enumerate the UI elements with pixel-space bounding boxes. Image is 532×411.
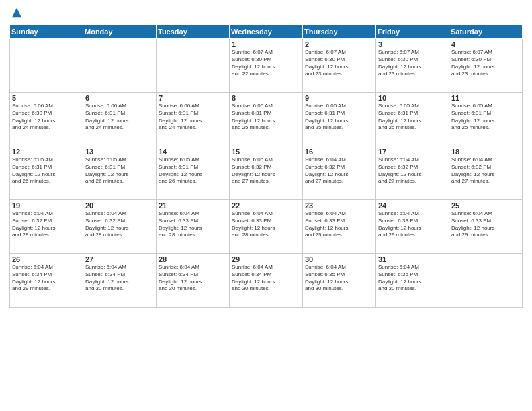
calendar-header-monday: Monday (83, 25, 157, 39)
calendar-cell: 9Sunrise: 6:05 AM Sunset: 6:31 PM Daylig… (303, 93, 376, 146)
calendar-header-saturday: Saturday (449, 25, 523, 39)
calendar-cell: 25Sunrise: 6:04 AM Sunset: 6:33 PM Dayli… (449, 200, 523, 254)
day-number: 21 (159, 201, 227, 210)
day-info: Sunrise: 6:04 AM Sunset: 6:33 PM Dayligh… (451, 210, 520, 239)
calendar-cell (449, 254, 523, 308)
day-info: Sunrise: 6:04 AM Sunset: 6:33 PM Dayligh… (159, 210, 227, 239)
day-info: Sunrise: 6:07 AM Sunset: 6:30 PM Dayligh… (232, 49, 300, 78)
calendar-cell: 21Sunrise: 6:04 AM Sunset: 6:33 PM Dayli… (157, 200, 230, 254)
calendar-header-friday: Friday (376, 25, 449, 39)
day-number: 3 (378, 40, 447, 48)
day-info: Sunrise: 6:06 AM Sunset: 6:31 PM Dayligh… (159, 103, 227, 132)
day-number: 11 (451, 94, 520, 102)
day-number: 18 (451, 148, 520, 156)
calendar-cell (10, 39, 83, 93)
calendar-cell: 22Sunrise: 6:04 AM Sunset: 6:33 PM Dayli… (230, 200, 303, 254)
calendar-cell: 17Sunrise: 6:04 AM Sunset: 6:32 PM Dayli… (376, 146, 449, 200)
day-number: 24 (378, 201, 447, 210)
day-number: 6 (85, 94, 154, 102)
day-info: Sunrise: 6:04 AM Sunset: 6:32 PM Dayligh… (12, 210, 81, 239)
calendar-cell: 18Sunrise: 6:04 AM Sunset: 6:32 PM Dayli… (449, 146, 523, 200)
calendar-cell: 3Sunrise: 6:07 AM Sunset: 6:30 PM Daylig… (376, 39, 449, 93)
day-number: 9 (305, 94, 373, 102)
calendar-week-row: 19Sunrise: 6:04 AM Sunset: 6:32 PM Dayli… (10, 200, 523, 254)
day-number: 14 (159, 148, 227, 156)
calendar-cell: 16Sunrise: 6:04 AM Sunset: 6:32 PM Dayli… (303, 146, 376, 200)
day-info: Sunrise: 6:05 AM Sunset: 6:31 PM Dayligh… (305, 103, 373, 132)
calendar-cell: 28Sunrise: 6:04 AM Sunset: 6:34 PM Dayli… (157, 254, 230, 308)
calendar-cell: 11Sunrise: 6:05 AM Sunset: 6:31 PM Dayli… (449, 93, 523, 146)
day-number: 19 (12, 201, 81, 210)
day-number: 27 (85, 255, 154, 263)
calendar-cell: 13Sunrise: 6:05 AM Sunset: 6:31 PM Dayli… (83, 146, 157, 200)
day-info: Sunrise: 6:04 AM Sunset: 6:35 PM Dayligh… (378, 264, 447, 293)
calendar-header-sunday: Sunday (10, 25, 83, 39)
day-number: 12 (12, 148, 81, 156)
calendar-cell: 4Sunrise: 6:07 AM Sunset: 6:30 PM Daylig… (449, 39, 523, 93)
day-number: 28 (159, 255, 227, 263)
day-number: 17 (378, 148, 447, 156)
calendar-cell: 6Sunrise: 6:06 AM Sunset: 6:31 PM Daylig… (83, 93, 157, 146)
calendar-cell: 30Sunrise: 6:04 AM Sunset: 6:35 PM Dayli… (303, 254, 376, 308)
day-info: Sunrise: 6:04 AM Sunset: 6:34 PM Dayligh… (12, 264, 81, 293)
day-number: 7 (159, 94, 227, 102)
logo-icon (11, 7, 23, 19)
day-info: Sunrise: 6:04 AM Sunset: 6:34 PM Dayligh… (232, 264, 300, 293)
calendar-cell (157, 39, 230, 93)
day-info: Sunrise: 6:06 AM Sunset: 6:31 PM Dayligh… (85, 103, 154, 132)
day-info: Sunrise: 6:04 AM Sunset: 6:32 PM Dayligh… (85, 210, 154, 239)
day-number: 13 (85, 148, 154, 156)
day-info: Sunrise: 6:07 AM Sunset: 6:30 PM Dayligh… (305, 49, 373, 78)
calendar-cell: 31Sunrise: 6:04 AM Sunset: 6:35 PM Dayli… (376, 254, 449, 308)
day-number: 16 (305, 148, 373, 156)
calendar-week-row: 5Sunrise: 6:06 AM Sunset: 6:30 PM Daylig… (10, 93, 523, 146)
calendar-cell: 7Sunrise: 6:06 AM Sunset: 6:31 PM Daylig… (157, 93, 230, 146)
calendar-header-row: SundayMondayTuesdayWednesdayThursdayFrid… (10, 25, 523, 39)
day-info: Sunrise: 6:04 AM Sunset: 6:32 PM Dayligh… (378, 156, 447, 185)
day-number: 29 (232, 255, 300, 263)
day-info: Sunrise: 6:04 AM Sunset: 6:33 PM Dayligh… (305, 210, 373, 239)
day-number: 5 (12, 94, 81, 102)
calendar-cell: 10Sunrise: 6:05 AM Sunset: 6:31 PM Dayli… (376, 93, 449, 146)
calendar-table: SundayMondayTuesdayWednesdayThursdayFrid… (9, 24, 523, 308)
svg-marker-0 (12, 8, 21, 17)
calendar-cell (83, 39, 157, 93)
day-info: Sunrise: 6:04 AM Sunset: 6:32 PM Dayligh… (451, 156, 520, 185)
calendar-cell: 26Sunrise: 6:04 AM Sunset: 6:34 PM Dayli… (10, 254, 83, 308)
day-info: Sunrise: 6:05 AM Sunset: 6:31 PM Dayligh… (378, 103, 447, 132)
calendar-cell: 14Sunrise: 6:05 AM Sunset: 6:31 PM Dayli… (157, 146, 230, 200)
calendar-cell: 23Sunrise: 6:04 AM Sunset: 6:33 PM Dayli… (303, 200, 376, 254)
day-number: 1 (232, 40, 300, 48)
day-number: 15 (232, 148, 300, 156)
calendar-header-wednesday: Wednesday (230, 25, 303, 39)
calendar-cell: 24Sunrise: 6:04 AM Sunset: 6:33 PM Dayli… (376, 200, 449, 254)
logo (9, 7, 23, 19)
day-info: Sunrise: 6:04 AM Sunset: 6:33 PM Dayligh… (378, 210, 447, 239)
calendar-week-row: 12Sunrise: 6:05 AM Sunset: 6:31 PM Dayli… (10, 146, 523, 200)
page: SundayMondayTuesdayWednesdayThursdayFrid… (0, 0, 532, 411)
day-info: Sunrise: 6:06 AM Sunset: 6:30 PM Dayligh… (12, 103, 81, 132)
day-number: 8 (232, 94, 300, 102)
day-info: Sunrise: 6:04 AM Sunset: 6:35 PM Dayligh… (305, 264, 373, 293)
calendar-week-row: 26Sunrise: 6:04 AM Sunset: 6:34 PM Dayli… (10, 254, 523, 308)
calendar-cell: 15Sunrise: 6:05 AM Sunset: 6:32 PM Dayli… (230, 146, 303, 200)
day-number: 30 (305, 255, 373, 263)
calendar-cell: 8Sunrise: 6:06 AM Sunset: 6:31 PM Daylig… (230, 93, 303, 146)
day-number: 4 (451, 40, 520, 48)
calendar-header-tuesday: Tuesday (157, 25, 230, 39)
day-info: Sunrise: 6:05 AM Sunset: 6:31 PM Dayligh… (159, 156, 227, 185)
calendar-cell: 20Sunrise: 6:04 AM Sunset: 6:32 PM Dayli… (83, 200, 157, 254)
day-info: Sunrise: 6:05 AM Sunset: 6:32 PM Dayligh… (232, 156, 300, 185)
day-info: Sunrise: 6:05 AM Sunset: 6:31 PM Dayligh… (12, 156, 81, 185)
calendar-header-thursday: Thursday (303, 25, 376, 39)
calendar-cell: 19Sunrise: 6:04 AM Sunset: 6:32 PM Dayli… (10, 200, 83, 254)
day-info: Sunrise: 6:04 AM Sunset: 6:33 PM Dayligh… (232, 210, 300, 239)
day-info: Sunrise: 6:07 AM Sunset: 6:30 PM Dayligh… (378, 49, 447, 78)
calendar-week-row: 1Sunrise: 6:07 AM Sunset: 6:30 PM Daylig… (10, 39, 523, 93)
day-number: 26 (12, 255, 81, 263)
calendar-cell: 2Sunrise: 6:07 AM Sunset: 6:30 PM Daylig… (303, 39, 376, 93)
calendar-cell: 27Sunrise: 6:04 AM Sunset: 6:34 PM Dayli… (83, 254, 157, 308)
day-info: Sunrise: 6:04 AM Sunset: 6:34 PM Dayligh… (159, 264, 227, 293)
day-number: 31 (378, 255, 447, 263)
calendar-cell: 1Sunrise: 6:07 AM Sunset: 6:30 PM Daylig… (230, 39, 303, 93)
